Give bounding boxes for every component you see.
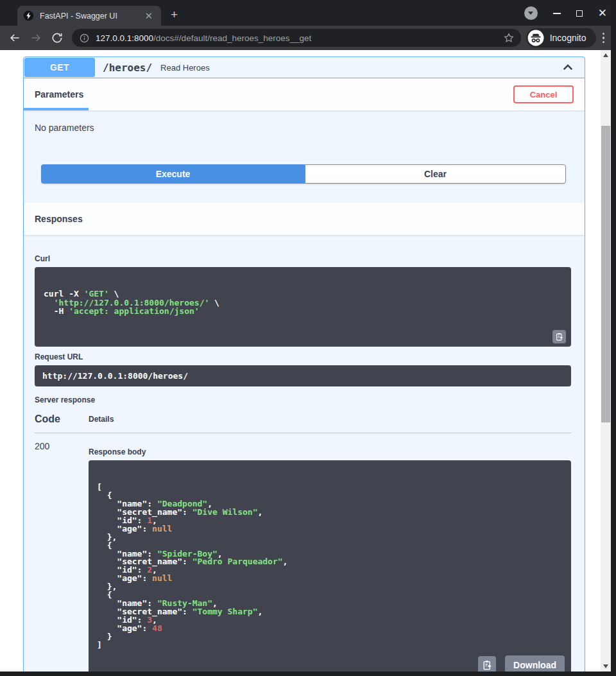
code-column-header: Code: [35, 413, 89, 425]
execute-button[interactable]: Execute: [41, 164, 305, 184]
scroll-down-icon[interactable]: [603, 664, 608, 668]
page-info-icon[interactable]: [79, 33, 90, 44]
active-tab-underline: [24, 108, 89, 110]
copy-curl-button[interactable]: [552, 330, 566, 343]
incognito-label: Incognito: [550, 33, 586, 43]
details-column-header: Details: [89, 415, 114, 425]
incognito-badge: Incognito: [526, 28, 596, 48]
clipboard-copy-icon: [482, 660, 492, 670]
server-response-label: Server response: [35, 395, 571, 404]
window-bottom-edge: [0, 672, 616, 676]
operation-path: /heroes/: [103, 62, 152, 74]
parameters-header: Parameters Cancel: [24, 78, 585, 110]
request-url-value: http://127.0.0.1:8000/heroes/: [35, 365, 571, 386]
method-badge: GET: [24, 58, 95, 77]
url-text: 127.0.0.1:8000/docs#/default/read_heroes…: [96, 33, 503, 43]
chevron-down-icon: [528, 12, 533, 15]
copy-response-button[interactable]: [478, 656, 496, 672]
browser-toolbar: 127.0.0.1:8000/docs#/default/read_heroes…: [0, 26, 611, 50]
responses-title: Responses: [35, 214, 83, 224]
operation-block: GET /heroes/ Read Heroes Parameters Canc…: [23, 56, 585, 672]
page-scrollbar[interactable]: [601, 50, 611, 672]
url-path: /docs#/default/read_heroes_heroes__get: [153, 33, 311, 43]
status-code: 200: [35, 441, 89, 672]
back-icon[interactable]: [8, 31, 21, 44]
window-right-edge: [611, 0, 616, 676]
tab-strip: FastAPI - Swagger UI ✕ + ✕: [0, 0, 616, 26]
responses-body: Curl curl -X 'GET' \ 'http://127.0.0.1:8…: [24, 235, 585, 672]
minimize-button[interactable]: [553, 13, 561, 14]
fastapi-favicon-icon: [23, 10, 34, 21]
cancel-button[interactable]: Cancel: [513, 85, 574, 103]
maximize-button[interactable]: [576, 10, 583, 17]
url-bar[interactable]: 127.0.0.1:8000/docs#/default/read_heroes…: [72, 29, 521, 47]
clipboard-copy-icon: [555, 333, 563, 341]
browser-window: FastAPI - Swagger UI ✕ + ✕ 1: [0, 0, 616, 676]
bookmark-star-icon[interactable]: [503, 32, 515, 44]
page-content: GET /heroes/ Read Heroes Parameters Canc…: [0, 50, 611, 672]
operation-summary-text: Read Heroes: [160, 63, 210, 73]
execute-row: Execute Clear: [41, 164, 566, 184]
response-table-header: Code Details: [35, 408, 571, 433]
response-body-code: [ { "name": "Deadpond", "secret_name": "…: [89, 460, 571, 672]
forward-icon[interactable]: [30, 31, 42, 44]
curl-command: curl -X 'GET' \ 'http://127.0.0.1:8000/h…: [35, 267, 571, 347]
operation-summary[interactable]: GET /heroes/ Read Heroes: [24, 57, 585, 78]
tab-close-icon[interactable]: ✕: [142, 10, 155, 22]
parameters-body: No parameters Execute Clear: [24, 110, 585, 203]
no-parameters-text: No parameters: [35, 123, 585, 133]
tab-search-button[interactable]: [524, 6, 538, 20]
browser-tab[interactable]: FastAPI - Swagger UI ✕: [17, 6, 161, 26]
new-tab-button[interactable]: +: [171, 8, 178, 21]
incognito-icon: [527, 30, 544, 46]
request-url-label: Request URL: [35, 352, 571, 361]
tab-title: FastAPI - Swagger UI: [40, 12, 142, 21]
reload-icon[interactable]: [51, 31, 64, 44]
download-button[interactable]: Download: [505, 655, 565, 672]
responses-header: Responses: [24, 203, 585, 235]
scrollbar-thumb[interactable]: [601, 126, 610, 422]
curl-label: Curl: [35, 254, 571, 263]
response-row: 200 Response body [ { "name": "Deadpond"…: [35, 433, 571, 672]
collapse-chevron-icon[interactable]: [561, 62, 574, 73]
close-window-button[interactable]: ✕: [598, 8, 607, 19]
parameters-title: Parameters: [35, 89, 83, 100]
clear-button[interactable]: Clear: [305, 164, 566, 184]
url-host: 127.0.0.1:8000: [96, 33, 153, 43]
browser-menu-icon[interactable]: [603, 33, 605, 44]
scroll-up-icon[interactable]: [603, 53, 608, 57]
response-body-label: Response body: [89, 447, 571, 456]
